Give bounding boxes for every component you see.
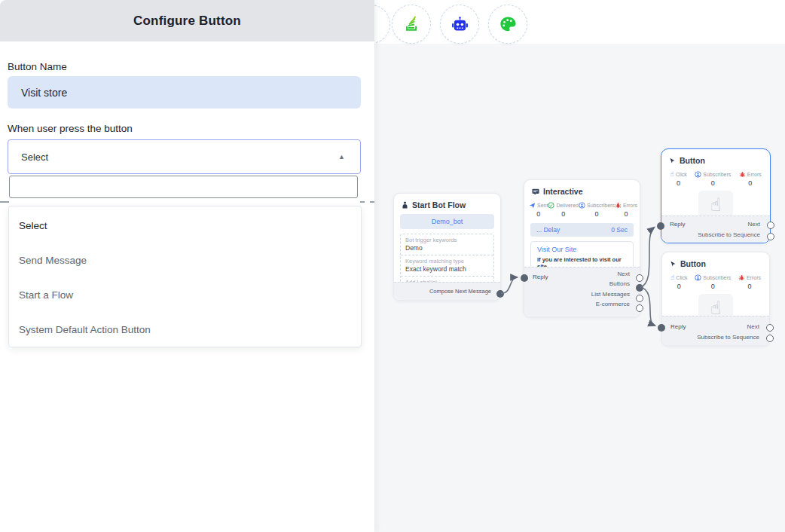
click-hand-icon: ☝	[670, 171, 674, 178]
palette-icon	[498, 14, 518, 35]
toolbar-button-stack[interactable]	[392, 5, 431, 44]
output-buttons-label: Buttons	[609, 280, 630, 287]
compose-next-message-label[interactable]: Compose Next Message	[429, 288, 491, 295]
delay-bar[interactable]: ... Delay 0 Sec	[530, 223, 634, 237]
option-select[interactable]: Select	[9, 208, 361, 243]
subscriber-icon	[695, 171, 701, 178]
interactive-node[interactable]: Interactive Sent 0	[524, 179, 640, 317]
stat-subscribers: Subscribers 0	[579, 202, 615, 218]
interactive-next-handle[interactable]	[636, 274, 643, 282]
start-node-header: Start Bot Flow	[394, 194, 500, 212]
panel-title: Configure Button	[133, 14, 241, 29]
message-title: Visit Our Site	[537, 246, 627, 253]
configure-button-panel: Configure Button Button Name Visit store…	[0, 0, 374, 532]
dashed-guide-left	[0, 201, 9, 203]
toolbar-button-theme[interactable]	[488, 5, 527, 44]
dashed-guide-right	[360, 201, 374, 203]
button-name-label: Button Name	[8, 61, 67, 72]
output-next-label: Next	[748, 221, 760, 228]
bot-name-chip[interactable]: Demo_bot	[400, 214, 494, 229]
field-trigger-keywords[interactable]: Bot trigger keywords Demo	[401, 234, 493, 255]
button-node-1-header: Button	[661, 149, 770, 168]
stat-errors: Errors 0	[615, 202, 637, 218]
start-node-title: Start Bot Flow	[412, 200, 466, 209]
message-icon	[532, 188, 539, 195]
button-name-value: Visit store	[21, 87, 67, 99]
hand-pointer-icon: ☝	[710, 196, 722, 214]
stat-delivered: Delivered 0	[548, 202, 579, 218]
bug-icon	[739, 171, 746, 178]
option-system-default-action-button[interactable]: System Default Action Button	[9, 312, 361, 347]
output-subscribe-label: Subscribe to Sequence	[697, 334, 759, 341]
interactive-node-header: Interactive	[524, 180, 640, 199]
bot-person-icon	[402, 201, 408, 209]
stat-sent: Sent 0	[529, 202, 548, 218]
action-select[interactable]: Select ▲	[8, 139, 361, 174]
interactive-stats: Sent 0 Delivered 0	[524, 199, 640, 218]
button-1-stats: ☝ Click 0 Subscribers 0	[661, 168, 770, 187]
stat-errors: Errors 0	[738, 274, 761, 290]
stat-click: ☝ Click 0	[670, 274, 688, 290]
button-node-2-title: Button	[680, 259, 706, 268]
caret-up-icon: ▲	[338, 153, 345, 161]
interactive-list-messages-handle[interactable]	[636, 295, 643, 302]
canvas-toolbar	[374, 0, 785, 44]
button-action-label: When user press the button	[8, 123, 133, 134]
stat-click: ☝ Click 0	[670, 171, 687, 187]
bug-icon	[738, 274, 745, 281]
robot-icon	[450, 14, 470, 35]
field-matching-type[interactable]: Keyword matching type Exact keyword matc…	[401, 255, 493, 277]
paper-plane-icon	[529, 202, 536, 209]
button-node-1-footer: Reply Next Subscribe to Sequence	[661, 216, 770, 243]
start-node-footer: Compose Next Message	[394, 282, 500, 300]
stat-subscribers: Subscribers 0	[695, 171, 731, 187]
reply-label: Reply	[670, 323, 686, 330]
flow-builder-app: Configure Button Button Name Visit store…	[0, 0, 785, 532]
toolbar-button-bot[interactable]	[440, 5, 479, 44]
interactive-reply-handle[interactable]	[521, 274, 528, 282]
option-send-message[interactable]: Send Message	[9, 243, 361, 277]
button-1-subscribe-handle[interactable]	[767, 233, 774, 240]
panel-header: Configure Button	[0, 0, 374, 41]
interactive-node-footer: Reply Next Buttons List Messages E-comme…	[524, 267, 640, 316]
option-start-a-flow[interactable]: Start a Flow	[9, 277, 361, 312]
start-output-handle[interactable]	[496, 290, 504, 298]
interactive-buttons-handle[interactable]	[636, 284, 643, 292]
button-node-2-header: Button	[662, 252, 769, 271]
cursor-arrow-icon	[670, 261, 677, 268]
button-1-reply-handle[interactable]	[657, 222, 664, 230]
reply-label: Reply	[533, 274, 548, 280]
dropdown-search-input[interactable]	[9, 176, 358, 198]
start-bot-flow-node[interactable]: Start Bot Flow Demo_bot Bot trigger keyw…	[393, 193, 501, 301]
button-node-2-footer: Reply Next Subscribe to Sequence	[662, 316, 769, 345]
interactive-ecommerce-handle[interactable]	[636, 304, 643, 312]
click-hand-icon: ☝	[670, 274, 674, 281]
button-2-next-handle[interactable]	[766, 324, 774, 332]
button-name-input[interactable]: Visit store	[8, 76, 361, 109]
dropdown-options-list: Select Send Message Start a Flow System …	[8, 206, 362, 347]
button-node-1-title: Button	[680, 156, 705, 165]
hand-pointer-icon: ☝	[710, 299, 722, 317]
button-2-reply-handle[interactable]	[658, 324, 665, 332]
layers-stack-icon	[402, 14, 421, 34]
cursor-arrow-icon	[669, 157, 676, 164]
action-select-value: Select	[21, 151, 48, 163]
button-2-subscribe-handle[interactable]	[766, 335, 774, 342]
output-subscribe-label: Subscribe to Sequence	[698, 231, 760, 238]
check-circle-icon	[548, 202, 554, 209]
stat-errors: Errors 0	[739, 171, 762, 187]
interactive-node-title: Interactive	[543, 187, 583, 196]
button-node-2[interactable]: Button ☝ Click 0	[661, 252, 770, 346]
subscriber-icon	[579, 202, 585, 209]
button-node-1[interactable]: Button ☝ Click 0	[661, 148, 771, 243]
stat-subscribers: Subscribers 0	[695, 274, 731, 290]
bug-icon	[615, 202, 622, 209]
delay-value: 0 Sec	[611, 226, 628, 234]
output-list-messages-label: List Messages	[591, 291, 630, 298]
delay-label: ... Delay	[536, 226, 560, 234]
output-next-label: Next	[618, 271, 630, 277]
button-2-stats: ☝ Click 0 Subscribers 0	[662, 271, 769, 290]
button-1-next-handle[interactable]	[767, 222, 774, 229]
subscriber-icon	[695, 274, 701, 281]
flow-canvas[interactable]: Start Bot Flow Demo_bot Bot trigger keyw…	[374, 0, 785, 532]
